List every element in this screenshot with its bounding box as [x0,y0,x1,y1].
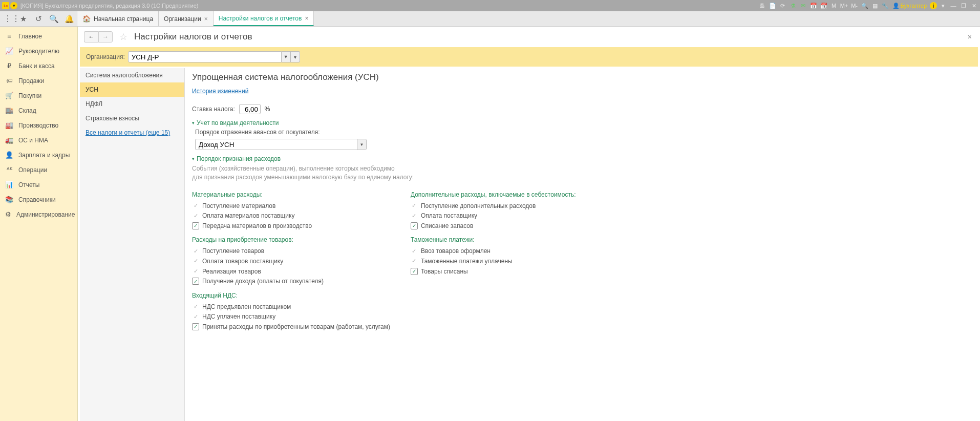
history-icon[interactable]: ↺ [31,11,46,26]
user-label[interactable]: 👤 Бухгалтер [892,3,927,9]
help-text: События (хозяйственные операции), выполн… [192,164,971,182]
apps-menu-icon[interactable]: ⋮⋮⋮ [0,11,15,26]
titlebar-info-icon[interactable]: i [930,2,937,9]
nav-item[interactable]: 🏬Склад [0,103,77,118]
nav-item[interactable]: ≡Главное [0,29,77,44]
tab-home[interactable]: 🏠 Начальная страница [77,11,159,26]
window-close-icon[interactable]: ✕ [970,2,978,10]
advance-input[interactable] [195,139,367,150]
close-page-icon[interactable]: × [966,31,974,43]
checkbox-row[interactable]: ✓Получение дохода (оплаты от покупателя) [192,277,390,287]
nav-item[interactable]: 📈Руководителю [0,44,77,58]
checkbox-label: Таможенные платежи уплачены [421,258,513,266]
chevron-down-icon[interactable]: ▼ [357,139,366,150]
titlebar-print-icon[interactable]: 🖶 [758,2,766,10]
form-title: Упрощенная система налогообложения (УСН) [192,72,971,82]
titlebar-zoom-icon[interactable]: 🔍 [861,2,869,10]
group-customs-title: Таможенные платежи: [411,236,576,243]
settings-sidepanel: Система налогообложения УСН НДФЛ Страхов… [80,68,185,421]
titlebar-grid-icon[interactable]: ▦ [871,2,879,10]
chevron-down-icon: ▾ [192,120,195,125]
titlebar-calc-icon[interactable]: ⚗ [789,2,797,10]
nav-item[interactable]: 📚Справочники [0,192,77,207]
nav-icon: ≡ [5,32,13,40]
page-title: Настройки налогов и отчетов [134,32,252,42]
titlebar-calendar-icon[interactable]: 📅 [809,2,818,10]
group-goods-title: Расходы на приобретение товаров: [192,236,390,243]
checkbox-label: Оплата поставщику [421,212,477,220]
tab-label: Настройки налогов и отчетов [219,15,302,22]
section-activity-types[interactable]: ▾ Учет по видам деятельности [192,119,971,127]
nav-item[interactable]: 👤Зарплата и кадры [0,148,77,162]
sidepanel-item-tax-system[interactable]: Система налогообложения [80,68,184,82]
search-icon[interactable]: 🔍 [46,11,61,26]
checkbox-checked-icon[interactable]: ✓ [411,268,418,275]
checkbox-label: Товары списаны [421,268,468,276]
checkbox-row[interactable]: ✓Товары списаны [411,267,576,277]
section-expense-order[interactable]: ▾ Порядок признания расходов [192,155,971,162]
checkbox-label: Поступление дополнительных расходов [421,202,536,210]
app-logo-dropdown-icon[interactable]: ▾ [10,2,17,9]
nav-icon: 🏬 [5,107,13,114]
sidepanel-item-usn[interactable]: УСН [80,82,184,97]
nav-item[interactable]: 🛒Покупки [0,88,77,103]
organization-bar: Организация: ▼ ▾ [80,47,978,67]
titlebar-m-icon[interactable]: M [830,2,838,10]
checkbox-checked-icon[interactable]: ✓ [192,222,199,229]
org-dropdown-icon[interactable]: ▼ [282,51,291,62]
back-button[interactable]: ← [84,31,98,43]
page-header: ← → ☆ Настройки налогов и отчетов × [78,27,980,47]
window-minimize-icon[interactable]: — [949,2,957,10]
titlebar-dropdown-icon[interactable]: ▾ [939,2,947,10]
sidepanel-item-ndfl[interactable]: НДФЛ [80,97,184,111]
close-icon[interactable]: × [305,15,308,22]
checkbox-row[interactable]: ✓Передача материалов в производство [192,221,390,231]
nav-item[interactable]: ₽Банк и касса [0,58,77,73]
favorites-icon[interactable]: ★ [15,11,31,26]
checkbox-label: Приняты расходы по приобретенным товарам… [202,323,390,331]
titlebar-refresh-icon[interactable]: ⟳ [779,2,787,10]
checkbox-row: ✓НДС предъявлен поставщиком [192,302,390,312]
sidepanel-item-insurance[interactable]: Страховые взносы [80,111,184,125]
nav-item[interactable]: 🏷Продажи [0,73,77,88]
sidepanel-all-taxes-link[interactable]: Все налоги и отчеты (еще 15) [80,125,184,140]
nav-item[interactable]: 📊Отчеты [0,177,77,192]
titlebar-doc-icon[interactable]: 📄 [769,2,777,10]
checkbox-row[interactable]: ✓Приняты расходы по приобретенным товара… [192,322,390,332]
checkbox-row[interactable]: ✓Списание запасов [411,221,576,231]
window-title: [КОПИЯ] Бухгалтерия предприятия, редакци… [20,3,199,9]
titlebar-send-icon[interactable]: ✉ [799,2,807,10]
org-input[interactable] [128,51,282,62]
favorite-star-icon[interactable]: ☆ [119,31,127,43]
checkmark-dimmed-icon: ✓ [192,303,199,310]
rate-input[interactable] [239,104,261,114]
nav-item[interactable]: 🏭Производство [0,118,77,133]
nav-item[interactable]: ⚙Администрирование [0,207,77,222]
checkbox-row: ✓Оплата товаров поставщику [192,257,390,267]
titlebar-date-icon[interactable]: 📆 [820,2,828,10]
forward-button[interactable]: → [98,31,113,43]
window-maximize-icon[interactable]: ❐ [960,2,968,10]
tab-organizations[interactable]: Организации × [159,11,214,26]
checkbox-row: ✓Реализация товаров [192,267,390,277]
titlebar-m2-icon[interactable]: M+ [840,2,848,10]
tab-tax-settings[interactable]: Настройки налогов и отчетов × [214,11,314,26]
titlebar-wrench-icon[interactable]: 🔧 [881,2,889,10]
checkbox-checked-icon[interactable]: ✓ [192,323,199,330]
titlebar-toolbar: 🖶 📄 ⟳ ⚗ ✉ 📅 📆 M M+ M- 🔍 ▦ 🔧 👤 Бухгалтер … [758,2,978,10]
titlebar-m3-icon[interactable]: M- [850,2,859,10]
checkbox-checked-icon[interactable]: ✓ [192,278,199,285]
notifications-icon[interactable]: 🔔 [61,11,77,26]
nav-icon: 📊 [5,181,13,188]
org-more-icon[interactable]: ▾ [291,51,300,62]
group-additional-title: Дополнительные расходы, включаемые в себ… [411,191,576,198]
checkbox-checked-icon[interactable]: ✓ [411,222,418,229]
nav-icon: ₽ [5,62,13,70]
close-icon[interactable]: × [204,15,208,23]
history-link[interactable]: История изменений [192,88,248,95]
form-area: Упрощенная система налогообложения (УСН)… [185,68,978,421]
nav-item[interactable]: ᴬᴷОперации [0,162,77,177]
section-nav: ≡Главное📈Руководителю₽Банк и касса🏷Прода… [0,27,78,421]
nav-item[interactable]: 🚛ОС и НМА [0,133,77,148]
checkbox-label: Ввоз товаров оформлен [421,247,491,256]
